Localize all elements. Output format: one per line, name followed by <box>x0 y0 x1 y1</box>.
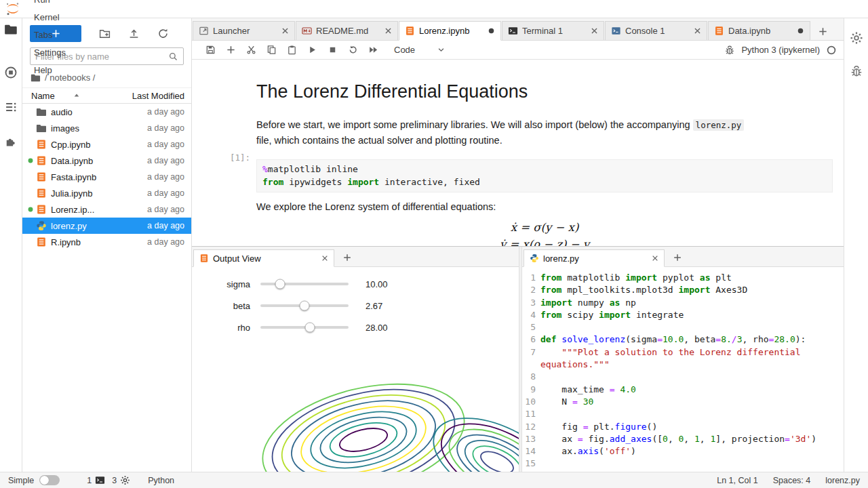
bottom-dock: Output View sigma10.00beta2.67rho28.00 l… <box>192 246 844 472</box>
stop-kernel-button[interactable] <box>322 42 342 58</box>
tab-lorenz-ipynb[interactable]: Lorenz.ipynb <box>399 21 501 41</box>
markdown-cell-title[interactable]: The Lorenz Differential Equations Before… <box>192 72 844 148</box>
slider-handle-rho[interactable] <box>304 323 315 333</box>
file-row-lorenz-py[interactable]: lorenz.pya day ago <box>22 218 191 234</box>
new-folder-icon[interactable] <box>99 28 111 39</box>
file-modified: a day ago <box>147 237 184 247</box>
close-icon[interactable] <box>280 26 290 36</box>
code-cell-input[interactable]: %matplotlib inlinefrom ipywidgets import… <box>256 159 833 192</box>
menu-settings[interactable]: Settings <box>26 44 73 62</box>
plus-icon <box>818 26 828 37</box>
file-row-data-ipynb[interactable]: Data.ipynba day ago <box>22 152 191 169</box>
tab-launcher[interactable]: Launcher <box>193 21 295 40</box>
menu-help[interactable]: Help <box>26 62 73 79</box>
cut-cell-button[interactable] <box>241 42 261 58</box>
debugger-bug-icon[interactable] <box>724 45 735 56</box>
tab-console-1[interactable]: Console 1 <box>605 21 707 40</box>
kernel-area: Python 3 (ipykernel) <box>724 45 837 56</box>
tab-lorenz-py[interactable]: lorenz.py <box>524 249 665 267</box>
indent-indicator[interactable]: Spaces: 4 <box>773 476 811 485</box>
file-row-julia-ipynb[interactable]: Julia.ipynba day ago <box>22 185 191 201</box>
line-content <box>540 371 844 383</box>
line-content: from scipy import integrate <box>540 309 844 321</box>
file-row-r-ipynb[interactable]: R.ipynba day ago <box>22 234 191 250</box>
markdown-cell-equations[interactable]: We explore the Lorenz system of differen… <box>192 192 844 246</box>
add-tab-button[interactable] <box>338 249 356 266</box>
menu-kernel[interactable]: Kernel <box>26 9 73 26</box>
save-button[interactable] <box>200 42 220 58</box>
line-number: 5 <box>522 321 540 333</box>
line-number: 1 <box>522 272 540 284</box>
new-tab-button[interactable] <box>814 22 831 40</box>
editor-line: 3import numpy as np <box>522 297 844 309</box>
terminal-sessions[interactable]: 1 <box>87 475 105 485</box>
kernel-ring-icon[interactable] <box>4 66 18 79</box>
language-indicator[interactable]: Python <box>148 476 174 485</box>
file-row-fasta-ipynb[interactable]: Fasta.ipynba day ago <box>22 169 191 185</box>
file-name: Fasta.ipynb <box>51 172 147 182</box>
math-equation-2: ẏ = x(ρ − z) − y <box>256 238 833 246</box>
refresh-icon[interactable] <box>157 28 169 39</box>
simple-mode-toggle[interactable] <box>39 475 60 485</box>
close-icon[interactable] <box>650 253 660 263</box>
output-view-panel: Output View sigma10.00beta2.67rho28.00 <box>192 247 519 472</box>
editor-panel: lorenz.py 1from matplotlib import pyplot… <box>522 247 844 472</box>
restart-run-all-button[interactable] <box>363 42 383 58</box>
slider-label: beta <box>201 301 250 311</box>
kernel-status-icon[interactable] <box>826 45 837 56</box>
file-modified: a day ago <box>147 140 184 149</box>
copy-cell-button[interactable] <box>261 42 281 58</box>
close-icon[interactable] <box>320 253 330 263</box>
file-row-cpp-ipynb[interactable]: Cpp.ipynba day ago <box>22 136 191 152</box>
line-number: 8 <box>522 371 540 383</box>
file-modified: a day ago <box>147 123 184 133</box>
tab-output-view[interactable]: Output View <box>193 249 334 267</box>
file-browser: / notebooks / Name Last Modified audioa … <box>22 18 192 472</box>
column-name[interactable]: Name <box>31 91 55 101</box>
file-row-lorenz-ip[interactable]: Lorenz.ip...a day ago <box>22 201 191 218</box>
notebook-icon <box>36 237 47 247</box>
restart-kernel-button[interactable] <box>342 42 363 58</box>
slider-handle-sigma[interactable] <box>275 279 285 289</box>
tab-terminal-1[interactable]: Terminal 1 <box>502 21 604 40</box>
file-name: audio <box>51 107 147 117</box>
close-icon[interactable] <box>692 26 703 36</box>
editor-line: 2from mpl_toolkits.mplot3d import Axes3D <box>522 284 844 296</box>
cursor-position[interactable]: Ln 1, Col 1 <box>717 476 757 485</box>
add-tab-button[interactable] <box>669 249 686 266</box>
slider-handle-beta[interactable] <box>300 301 310 311</box>
close-icon[interactable] <box>383 26 393 36</box>
toc-icon[interactable] <box>4 100 18 114</box>
insert-cell-button[interactable] <box>220 42 241 58</box>
paste-cell-button[interactable] <box>281 42 302 58</box>
kernel-sessions[interactable]: 3 <box>112 475 130 485</box>
file-row-audio[interactable]: audioa day ago <box>22 104 191 120</box>
bug-icon[interactable] <box>850 64 863 78</box>
menu-run[interactable]: Run <box>26 0 73 9</box>
slider-track-beta[interactable] <box>260 304 349 307</box>
gear-icon[interactable] <box>850 31 863 45</box>
main-dock: LauncherREADME.mdLorenz.ipynbTerminal 1C… <box>192 18 844 472</box>
tab-readme-md[interactable]: README.md <box>296 21 398 40</box>
file-row-images[interactable]: imagesa day ago <box>22 120 191 136</box>
folder-icon[interactable] <box>4 22 18 36</box>
slider-track-rho[interactable] <box>260 326 349 329</box>
line-number: 4 <box>522 309 540 321</box>
code-cell[interactable]: [1]: %matplotlib inlinefrom ipywidgets i… <box>192 148 844 192</box>
intro-paragraph: Before we start, we import some prelimin… <box>256 117 833 148</box>
upload-icon[interactable] <box>128 28 140 39</box>
run-cell-button[interactable] <box>302 42 322 58</box>
editor-line: 5 <box>522 321 844 333</box>
column-last-modified[interactable]: Last Modified <box>132 91 184 101</box>
notebook-icon <box>36 139 47 150</box>
code-editor[interactable]: 1from matplotlib import pyplot as plt2fr… <box>522 267 844 472</box>
menu-tabs[interactable]: Tabs <box>26 26 73 44</box>
close-icon[interactable] <box>589 26 599 36</box>
file-name: Data.ipynb <box>51 156 147 166</box>
slider-track-sigma[interactable] <box>260 283 349 285</box>
cell-type-dropdown[interactable]: Code <box>390 43 450 56</box>
puzzle-icon[interactable] <box>4 135 18 148</box>
kernel-name[interactable]: Python 3 (ipykernel) <box>741 45 820 55</box>
widget-output-area: sigma10.00beta2.67rho28.00 <box>192 267 519 472</box>
tab-data-ipynb[interactable]: Data.ipynb <box>708 21 810 40</box>
